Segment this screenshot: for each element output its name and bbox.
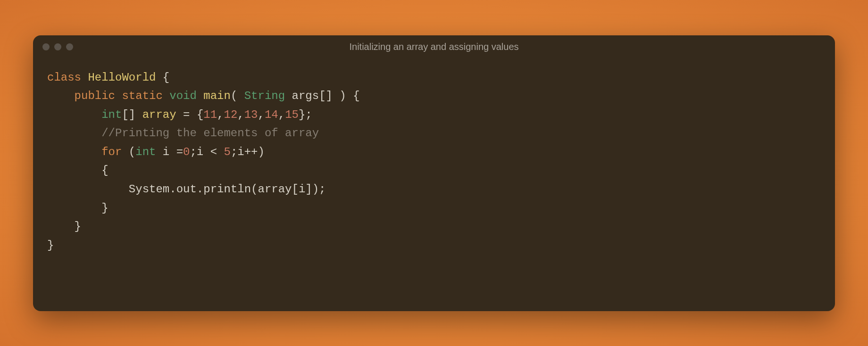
- traffic-lights: [42, 43, 73, 50]
- code-token: ,: [237, 108, 244, 121]
- code-token: (: [129, 146, 135, 158]
- code-token: void: [169, 90, 203, 102]
- code-token: ,: [258, 108, 265, 121]
- code-token: args[] ) {: [285, 90, 359, 102]
- code-token: ;i++): [231, 146, 265, 158]
- code-token: public: [75, 90, 122, 102]
- code-token: class: [47, 71, 88, 84]
- code-token: {: [156, 71, 169, 84]
- code-line: //Printing the elements of array: [47, 124, 821, 143]
- code-token: }: [75, 220, 81, 233]
- code-token: }: [47, 239, 54, 252]
- code-token: String: [244, 90, 285, 102]
- code-token: {: [101, 164, 108, 177]
- code-editor[interactable]: class HelloWorld { public static void ma…: [33, 59, 835, 264]
- code-token: 15: [285, 108, 299, 121]
- code-token: 13: [244, 108, 258, 121]
- code-line: }: [47, 199, 821, 218]
- code-token: HelloWorld: [88, 71, 156, 84]
- code-line: public static void main( String args[] )…: [47, 87, 821, 106]
- code-token: }: [101, 202, 108, 214]
- code-window: Initializing an array and assigning valu…: [33, 35, 835, 311]
- minimize-icon[interactable]: [54, 43, 61, 50]
- code-token: (: [231, 90, 244, 102]
- code-line: int[] array = {11,12,13,14,15};: [47, 106, 821, 124]
- code-token: 0: [183, 146, 190, 158]
- code-line: {: [47, 161, 821, 180]
- code-line: class HelloWorld {: [47, 68, 821, 87]
- code-token: = {: [176, 108, 204, 121]
- code-token: static: [122, 90, 169, 102]
- code-token: 14: [265, 108, 278, 121]
- close-icon[interactable]: [42, 43, 50, 50]
- code-line: }: [47, 217, 821, 236]
- code-token: System.out.println(array[i]);: [129, 183, 326, 196]
- code-token: main: [203, 90, 231, 102]
- code-token: i =: [156, 146, 183, 158]
- code-line: for (int i =0;i < 5;i++): [47, 143, 821, 162]
- code-token: 5: [224, 146, 230, 158]
- code-token: 12: [224, 108, 238, 121]
- code-line: }: [47, 236, 821, 255]
- maximize-icon[interactable]: [66, 43, 73, 50]
- code-token: ;i <: [190, 146, 224, 158]
- code-token: int: [101, 108, 122, 121]
- code-token: ,: [217, 108, 224, 121]
- code-token: };: [299, 108, 312, 121]
- code-line: System.out.println(array[i]);: [47, 180, 821, 199]
- code-token: ,: [278, 108, 285, 121]
- code-token: //Printing the elements of array: [101, 127, 319, 140]
- code-token: for: [101, 146, 129, 158]
- code-token: []: [122, 108, 142, 121]
- code-token: array: [142, 108, 176, 121]
- window-titlebar: Initializing an array and assigning valu…: [33, 35, 835, 59]
- code-token: 11: [203, 108, 217, 121]
- window-title: Initializing an array and assigning valu…: [349, 41, 518, 52]
- code-token: int: [135, 146, 156, 158]
